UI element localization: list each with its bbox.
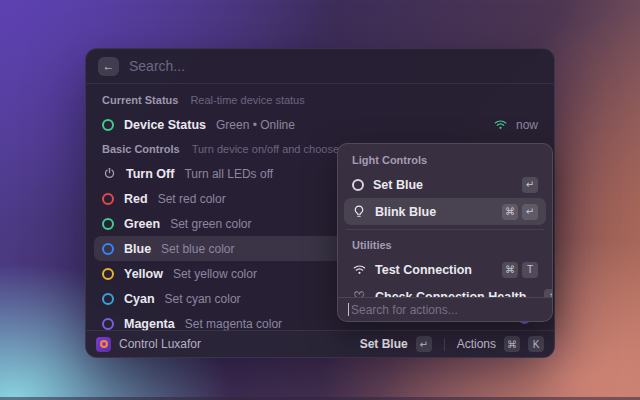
action-title: Blink Blue (375, 205, 436, 219)
row-subtitle: Set yellow color (173, 267, 257, 281)
action-title: Test Connection (375, 263, 472, 277)
action-item-set-blue[interactable]: Set Blue ↵ (344, 171, 546, 198)
cmd-key-badge: ⌘ (502, 262, 518, 278)
row-title: Green (124, 217, 160, 231)
row-title: Turn Off (126, 167, 174, 181)
blue-circle-icon (102, 243, 114, 255)
row-title: Magenta (124, 317, 175, 331)
wifi-icon (352, 264, 366, 275)
section-current-status: Current Status Real-time device status (94, 88, 546, 112)
row-title: Cyan (124, 292, 155, 306)
circle-icon (352, 179, 364, 191)
magenta-circle-icon (102, 318, 114, 330)
row-subtitle: Green • Online (216, 118, 295, 132)
luxafor-app-icon (96, 337, 111, 352)
green-circle-icon (102, 218, 114, 230)
primary-action-label[interactable]: Set Blue (360, 337, 408, 351)
back-button[interactable]: ← (98, 57, 119, 76)
search-input[interactable] (129, 58, 542, 74)
row-subtitle: Set cyan color (165, 292, 241, 306)
row-title: Red (124, 192, 148, 206)
k-key-badge: K (528, 336, 544, 352)
actions-search-field[interactable]: Search for actions... (338, 297, 552, 321)
popover-section-utilities: Utilities (344, 234, 546, 256)
app-name: Control Luxafor (119, 337, 201, 351)
timestamp: now (516, 118, 538, 132)
text-cursor (348, 303, 349, 316)
row-subtitle: Set magenta color (185, 317, 282, 331)
row-subtitle: Set red color (158, 192, 226, 206)
footer-divider (444, 338, 445, 351)
return-key-badge: ↵ (522, 177, 538, 193)
action-item-test-connection[interactable]: Test Connection ⌘ T (344, 256, 546, 283)
section-subtitle: Real-time device status (190, 94, 304, 106)
row-subtitle: Turn all LEDs off (184, 167, 273, 181)
t-key-badge: T (522, 262, 538, 278)
wifi-icon (494, 119, 508, 130)
red-circle-icon (102, 193, 114, 205)
power-icon (102, 167, 116, 180)
row-subtitle: Set blue color (161, 242, 234, 256)
action-title: Set Blue (373, 178, 423, 192)
back-arrow-icon: ← (103, 59, 115, 73)
footer-bar: Control Luxafor Set Blue ↵ Actions ⌘ K (86, 330, 554, 357)
cmd-key-badge: ⌘ (502, 204, 518, 220)
actions-menu-button[interactable]: Actions (457, 337, 496, 351)
row-subtitle: Set green color (170, 217, 251, 231)
section-title: Current Status (102, 94, 178, 106)
status-circle-icon (102, 119, 114, 131)
row-title: Blue (124, 242, 151, 256)
cmd-key-badge: ⌘ (504, 336, 520, 352)
yellow-circle-icon (102, 268, 114, 280)
popover-divider (346, 229, 544, 230)
return-key-badge: ↵ (522, 204, 538, 220)
return-key-badge: ↵ (416, 336, 432, 352)
actions-search-placeholder: Search for actions... (351, 303, 458, 317)
row-title: Yellow (124, 267, 163, 281)
search-bar: ← (86, 49, 554, 84)
cyan-circle-icon (102, 293, 114, 305)
actions-popover: Light Controls Set Blue ↵ Blink Blue ⌘ ↵ (337, 143, 553, 322)
action-item-blink-blue[interactable]: Blink Blue ⌘ ↵ (344, 198, 546, 225)
lightbulb-icon (352, 205, 366, 219)
list-item-device-status[interactable]: Device Status Green • Online now (94, 112, 546, 137)
section-title: Basic Controls (102, 143, 180, 155)
row-title: Device Status (124, 118, 206, 132)
popover-section-light-controls: Light Controls (344, 149, 546, 171)
